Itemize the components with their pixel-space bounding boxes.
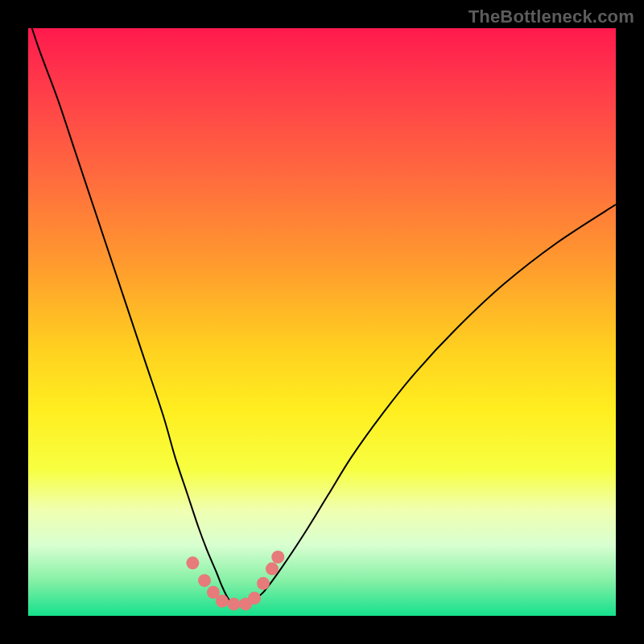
curve-layer (28, 28, 616, 616)
curve-marker (228, 597, 241, 610)
plot-area (28, 28, 616, 616)
marker-group (186, 551, 284, 610)
bottleneck-curve (28, 16, 616, 605)
watermark-text: TheBottleneck.com (469, 6, 634, 27)
curve-marker (248, 592, 261, 605)
curve-marker (216, 595, 229, 608)
curve-marker (198, 574, 211, 587)
chart-frame: TheBottleneck.com (0, 0, 644, 644)
curve-marker (186, 556, 199, 569)
curve-marker (257, 577, 270, 590)
curve-marker (266, 563, 279, 576)
curve-marker (271, 551, 284, 564)
